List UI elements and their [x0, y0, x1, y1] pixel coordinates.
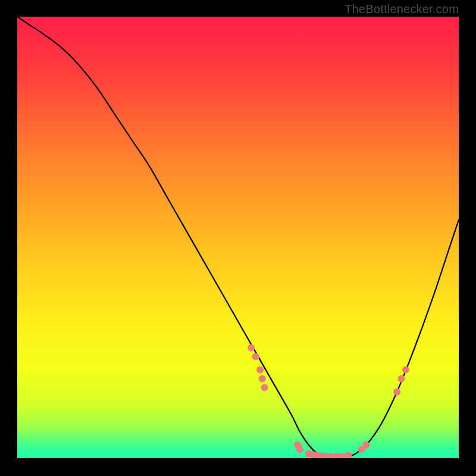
watermark-text: TheBottlenecker.com — [345, 2, 459, 16]
data-marker — [252, 353, 259, 360]
data-marker — [256, 367, 264, 374]
data-marker — [398, 375, 405, 382]
data-marker — [248, 345, 255, 352]
chart-stage: TheBottlenecker.com — [0, 0, 476, 476]
data-marker — [259, 375, 266, 382]
data-marker — [296, 446, 303, 453]
data-marker — [393, 389, 400, 396]
data-marker — [261, 384, 268, 391]
chart-plot-area — [17, 17, 459, 458]
chart-svg — [17, 17, 459, 458]
data-marker — [402, 367, 409, 374]
data-marker — [362, 441, 369, 449]
gradient-background — [17, 17, 459, 458]
